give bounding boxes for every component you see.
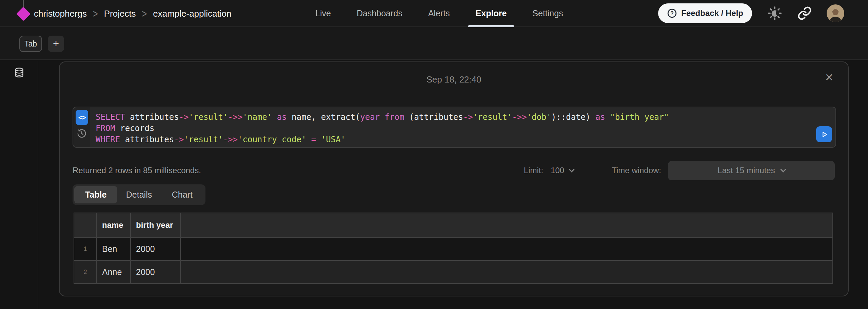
sql-token [605,112,610,122]
add-tab-button[interactable]: + [48,36,64,52]
sql-token: attributes [120,135,174,144]
nav-link-live[interactable]: Live [315,0,331,26]
sql-token: records [115,124,155,133]
nav-link-settings[interactable]: Settings [532,0,563,26]
cell-name: Ben [97,237,131,260]
sql-token: from [385,112,405,122]
run-query-button[interactable] [816,126,832,142]
results-table: namebirth year 1Ben20002Anne2000 [74,213,833,284]
nav-link-explore[interactable]: Explore [476,0,507,26]
results-tab-table[interactable]: Table [74,186,117,203]
user-avatar[interactable] [827,4,844,22]
sql-token: "birth year" [610,112,669,122]
sql-token: -> [174,135,184,144]
table-row-2[interactable]: 2Anne2000 [74,260,833,284]
app-screen: christophergs>Projects>example-applicati… [0,0,868,309]
time-window-label: Time window: [612,166,661,175]
results-meta-row: Returned 2 rows in 85 milliseconds. Limi… [73,161,835,180]
brand-diamond-logo-icon[interactable] [16,7,31,21]
tab-chip[interactable]: Tab [19,36,42,52]
sql-line-2: FROM records [96,123,669,134]
sql-token: 'result' [473,112,512,122]
svg-text:?: ? [670,11,674,16]
chevron-down-icon [569,167,575,172]
nav-right-cluster: ? Feedback / Help [658,0,844,26]
sql-token: attributes [125,112,179,122]
sql-token: ->> [228,112,242,122]
query-result-card: Sep 18, 22:40 × <> SELECT attributes->'r… [59,61,849,296]
row-number: 1 [74,237,97,260]
sql-token: (attributes [404,112,463,122]
sql-token: ->> [223,135,238,144]
cell-birth-year: 2000 [131,237,180,260]
results-tab-chart[interactable]: Chart [161,186,204,203]
close-icon[interactable]: × [825,70,833,84]
breadcrumb-item-projects[interactable]: Projects [104,8,136,19]
results-table-header: namebirth year [74,213,833,237]
query-timestamp: Sep 18, 22:40 [60,74,848,85]
col-header-name: name [97,213,131,237]
breadcrumb: christophergs>Projects>example-applicati… [34,0,231,27]
limit-select[interactable]: 100 [551,166,574,175]
query-history-button[interactable] [77,128,87,139]
chevron-down-icon [780,167,786,172]
top-navigation-bar: christophergs>Projects>example-applicati… [0,0,868,27]
feedback-help-label: Feedback / Help [681,8,743,18]
sql-line-3: WHERE attributes->'result'->>'country_co… [96,134,669,145]
database-icon[interactable] [14,67,24,80]
sql-token [306,135,311,144]
sql-token: )::date) [551,112,595,122]
table-row-1[interactable]: 1Ben2000 [74,237,833,260]
breadcrumb-separator-icon: > [93,7,98,20]
query-controls: Limit: 100 Time window: Last 15 minutes [524,161,835,180]
play-icon [820,130,829,139]
code-icon: <> [78,113,85,122]
tab-chip-label: Tab [24,39,37,49]
nav-link-dashboards[interactable]: Dashboards [357,0,402,26]
sql-token: 'USA' [321,135,346,144]
sql-token: -> [463,112,473,122]
results-tab-details[interactable]: Details [117,186,160,203]
query-status-text: Returned 2 rows in 85 milliseconds. [73,166,201,175]
time-window-select[interactable]: Last 15 minutes [668,161,835,180]
sql-token [272,112,277,122]
breadcrumb-item-example-application[interactable]: example-application [153,8,231,19]
sql-token: = [311,135,316,144]
sql-editor-input[interactable]: SELECT attributes->'result'->>'name' as … [90,107,669,147]
sql-token: 'country_code' [238,135,306,144]
sql-token: FROM [96,124,115,133]
sql-token: SELECT [96,112,125,122]
copy-link-icon[interactable] [797,6,812,20]
sql-editor-gutter: <> [73,107,90,147]
cell-filler [180,260,833,284]
cell-filler [180,237,833,260]
breadcrumb-item-christophergs[interactable]: christophergs [34,8,87,19]
cell-name: Anne [97,260,131,284]
sql-token: 'dob' [527,112,551,122]
theme-toggle-icon[interactable] [767,5,783,21]
cell-birth-year: 2000 [131,260,180,284]
tab-strip: Tab + [0,27,868,60]
sql-token: -> [179,112,189,122]
limit-value: 100 [551,166,564,175]
row-number: 2 [74,260,97,284]
results-view-tabs: TableDetailsChart [73,184,205,205]
col-header-rownum [74,213,97,237]
nav-link-alerts[interactable]: Alerts [428,0,450,26]
code-mode-button[interactable]: <> [76,110,88,125]
sql-token: name, extract( [287,112,360,122]
left-sidebar [0,61,38,309]
breadcrumb-separator-icon: > [142,7,147,20]
sql-token: 'result' [184,135,223,144]
col-header-birth-year: birth year [131,213,180,237]
sql-token: 'result' [189,112,228,122]
question-circle-icon: ? [667,8,677,18]
sql-editor: <> SELECT attributes->'result'->>'name' … [73,107,836,148]
col-header-filler [180,213,833,237]
limit-label: Limit: [524,166,543,175]
sql-token: ->> [512,112,527,122]
sql-token: WHERE [96,135,120,144]
feedback-help-button[interactable]: ? Feedback / Help [658,3,752,23]
plus-icon: + [53,38,59,50]
time-window-value: Last 15 minutes [717,166,775,175]
